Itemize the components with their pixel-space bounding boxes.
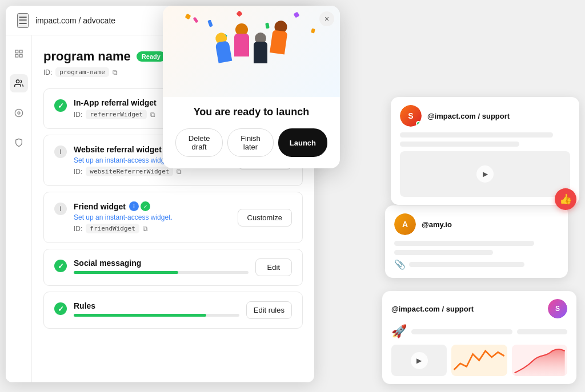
card-2-text-2 — [394, 250, 493, 255]
dialog-close-button[interactable]: × — [319, 11, 334, 26]
mini-thumb-area — [512, 345, 567, 376]
dialog-illustration — [163, 6, 340, 97]
section-social-action: Edit — [255, 258, 292, 276]
ready-badge: Ready — [137, 51, 166, 62]
edit-social-button[interactable]: Edit — [255, 258, 292, 276]
attachment-icon: 📎 — [394, 259, 406, 270]
svg-point-8 — [18, 112, 20, 114]
program-name: program name — [43, 49, 131, 64]
hamburger-icon[interactable]: ☰ — [17, 13, 29, 28]
person-4-body — [270, 30, 287, 54]
section-in-app-title: In-App referral widget — [74, 98, 157, 107]
person-3-body — [254, 42, 267, 63]
section-social: ✓ Social messaging Edit — [43, 249, 303, 286]
confetti-1 — [185, 14, 191, 20]
card-3-text-1 — [411, 329, 512, 334]
status-icon-green-friend: ✓ — [141, 201, 150, 211]
avatar-amy: A — [394, 213, 416, 235]
sidebar-icon-shield[interactable] — [10, 134, 28, 152]
section-friend-body: Friend widget i ✓ Set up an instant-acce… — [74, 201, 231, 233]
svg-rect-3 — [19, 50, 22, 53]
info-icon-friend: i — [54, 203, 67, 215]
person-1 — [214, 31, 233, 63]
avatar-support-1: S — [400, 105, 422, 127]
sidebar-icon-disc[interactable] — [10, 104, 28, 122]
wave-chart — [451, 345, 507, 376]
dialog-title: You are ready to launch — [175, 106, 327, 118]
finish-later-button[interactable]: Finish later — [227, 128, 274, 157]
delete-draft-button[interactable]: Delete draft — [175, 128, 223, 157]
svg-point-7 — [15, 109, 22, 116]
svg-point-6 — [16, 80, 19, 83]
card-3-username: @impact.com / support — [391, 305, 474, 313]
copy-icon-referrer[interactable]: ⧉ — [150, 111, 155, 119]
card-2-bottom-row: 📎 — [394, 259, 559, 270]
card-2-username: @amy.io — [422, 220, 452, 229]
section-friend-title: Friend widget — [74, 202, 126, 211]
status-icons-friend: i ✓ — [129, 201, 150, 211]
sidebar-icon-users[interactable] — [10, 74, 28, 92]
like-bubble: 👍 — [555, 188, 576, 210]
section-social-title: Social messaging — [74, 258, 141, 268]
card-1-text-2 — [400, 142, 519, 147]
sidebar-icon-grid[interactable] — [10, 45, 28, 63]
section-social-progress-fill — [74, 271, 178, 274]
section-friend-link[interactable]: Set up an instant-access widget. — [74, 213, 231, 221]
avatar-support-2: S — [548, 299, 567, 318]
mini-chart-row: ▶ — [391, 345, 567, 376]
copy-icon-website[interactable]: ⧉ — [177, 168, 182, 176]
section-website-id: websiteReferrerWidget — [86, 167, 173, 176]
section-friend-action: Customize — [238, 209, 292, 227]
svg-rect-4 — [15, 54, 18, 57]
person-2 — [234, 23, 249, 56]
play-icon-2[interactable]: ▶ — [411, 352, 428, 369]
mini-thumb-wave — [451, 345, 507, 376]
svg-rect-2 — [15, 50, 18, 53]
person-3 — [254, 33, 267, 63]
people-illustration — [216, 35, 287, 68]
card-2-text-1 — [394, 241, 534, 246]
confetti-3 — [236, 10, 242, 17]
customize-friend-button[interactable]: Customize — [238, 209, 292, 227]
sidebar — [6, 35, 32, 382]
section-rules-progress-fill — [74, 314, 206, 317]
confetti-2 — [207, 19, 213, 27]
avatar-amy-img: A — [394, 213, 416, 235]
check-icon-rules: ✓ — [54, 302, 67, 315]
section-rules-action: Edit rules — [246, 301, 292, 319]
card-1-video-thumb[interactable]: ▶ — [400, 151, 570, 197]
status-icon-blue-friend: i — [129, 201, 139, 211]
copy-icon-friend[interactable]: ⧉ — [143, 225, 148, 233]
svg-rect-5 — [19, 54, 22, 57]
card-3-text-2 — [517, 329, 567, 334]
confetti-6 — [311, 28, 315, 33]
card-3-rocket-row: 🚀 — [391, 324, 567, 339]
section-rules-title: Rules — [74, 301, 95, 310]
confetti-4 — [265, 23, 270, 29]
avatar-support-2-img: S — [548, 299, 567, 318]
area-chart — [512, 345, 567, 376]
section-in-app-id: referrerWidget — [86, 110, 147, 119]
person-2-body — [234, 34, 249, 56]
section-rules-progress — [74, 314, 239, 317]
edit-rules-button[interactable]: Edit rules — [246, 301, 292, 319]
social-card-support-2: @impact.com / support S 🚀 ▶ — [382, 291, 576, 384]
social-card-support-1: S @impact.com / support ▶ — [391, 97, 579, 205]
online-dot-1 — [416, 121, 421, 126]
dialog-content: You are ready to launch Delete draft Fin… — [163, 97, 340, 168]
section-website-title: Website referral widget — [74, 145, 162, 154]
check-icon-social: ✓ — [54, 260, 67, 272]
confetti-7 — [193, 17, 199, 23]
launch-dialog: You are ready to launch Delete draft Fin… — [163, 6, 340, 168]
copy-icon[interactable]: ⧉ — [113, 68, 118, 76]
launch-button[interactable]: Launch — [278, 128, 327, 157]
section-rules-body: Rules — [74, 301, 239, 317]
card-1-username: @impact.com / support — [427, 112, 510, 120]
card-3-header: @impact.com / support S — [391, 299, 567, 318]
card-1-text-1 — [400, 132, 553, 138]
card-2-header: A @amy.io — [394, 213, 559, 235]
play-icon-1[interactable]: ▶ — [476, 165, 494, 183]
mini-thumb-video[interactable]: ▶ — [391, 345, 447, 376]
card-2-attachment-text — [409, 262, 524, 267]
section-rules: ✓ Rules Edit rules — [43, 292, 303, 329]
